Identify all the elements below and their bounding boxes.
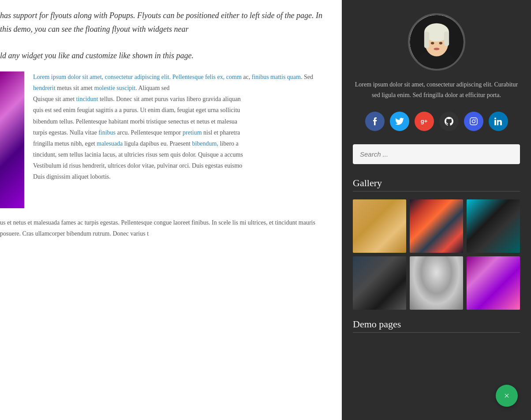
gallery-grid <box>353 199 520 310</box>
demo-section: Demo pages <box>353 319 520 333</box>
article-section: Lorem ipsum dolor sit amet, consectetur … <box>0 71 329 208</box>
sidebar: Lorem ipsum dolor sit amet, consectetur … <box>342 0 531 420</box>
gallery-item-2[interactable] <box>410 199 463 253</box>
article-text: Lorem ipsum dolor sit amet, consectetur … <box>33 71 329 208</box>
svg-point-11 <box>472 120 475 123</box>
search-input[interactable] <box>353 144 520 164</box>
svg-point-9 <box>434 48 439 50</box>
svg-rect-6 <box>444 32 449 46</box>
main-content: has support for flyouts along with Popup… <box>0 0 342 420</box>
gallery-section: Gallery <box>353 177 520 310</box>
intro-text-2: ld any widget you like and customize lik… <box>0 49 329 63</box>
close-button[interactable]: × <box>496 385 518 407</box>
gallery-item-6[interactable] <box>467 256 520 310</box>
intro-text: has support for flyouts along with Popup… <box>0 9 329 36</box>
svg-rect-10 <box>470 118 477 125</box>
gallery-item-5[interactable] <box>410 256 463 310</box>
article-image <box>0 71 24 208</box>
facebook-icon[interactable] <box>365 112 385 131</box>
avatar <box>408 13 465 71</box>
gallery-title: Gallery <box>353 177 520 189</box>
search-container[interactable] <box>353 144 520 164</box>
gallery-item-4[interactable] <box>353 256 406 310</box>
demo-divider <box>353 332 520 333</box>
bio-text: Lorem ipsum dolor sit amet, consectetur … <box>353 79 520 101</box>
github-icon[interactable] <box>439 112 459 131</box>
instagram-icon[interactable] <box>464 112 483 131</box>
article-paragraph-link: Lorem ipsum dolor sit amet, consectetur … <box>33 74 242 80</box>
demo-title: Demo pages <box>353 319 520 330</box>
gallery-item-3[interactable] <box>467 199 520 253</box>
svg-point-14 <box>494 117 496 119</box>
linkedin-icon[interactable] <box>489 112 508 131</box>
bottom-text: us et netus et malesuada fames ac turpis… <box>0 217 329 248</box>
gallery-item-1[interactable] <box>353 199 406 253</box>
svg-rect-5 <box>424 32 429 49</box>
google-plus-icon[interactable]: g+ <box>415 112 434 131</box>
social-icons: g+ <box>353 112 520 131</box>
twitter-icon[interactable] <box>390 112 409 131</box>
svg-point-12 <box>475 119 476 120</box>
gallery-divider <box>353 191 520 191</box>
article-paragraph-text: ac, <box>243 74 251 80</box>
svg-point-8 <box>439 42 442 45</box>
avatar-container <box>353 13 520 71</box>
svg-point-7 <box>430 42 434 45</box>
svg-rect-13 <box>494 120 496 125</box>
